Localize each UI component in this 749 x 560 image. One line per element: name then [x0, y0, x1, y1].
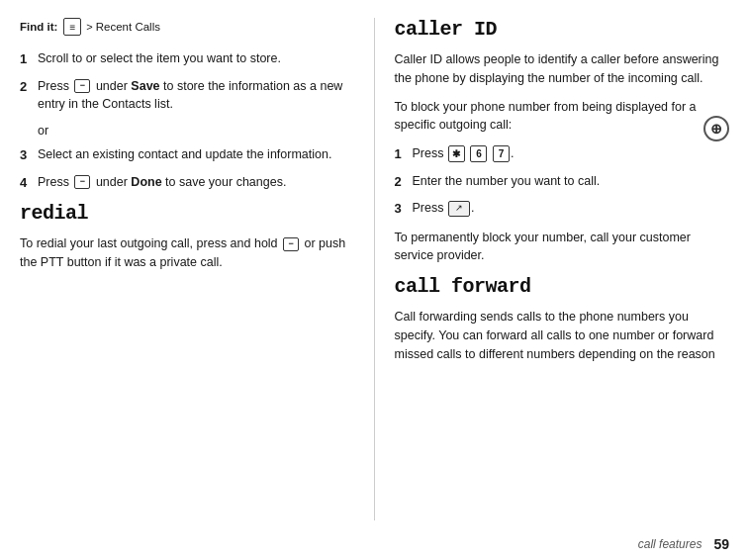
step-1-text: Scroll to or select the item you want to… [38, 49, 354, 68]
footer-page-number: 59 [713, 536, 729, 552]
step-3: 3 Select an existing contact and update … [20, 145, 354, 165]
star-key: ✱ [448, 145, 465, 162]
save-button-icon: − [74, 79, 90, 93]
done-button-icon: − [74, 175, 90, 189]
accessibility-icon: ⊕ [703, 116, 729, 141]
seven-key: 7 [493, 145, 510, 162]
page-footer: call features 59 [0, 530, 749, 560]
send-key: ↗ [448, 201, 470, 217]
save-label: Save [131, 79, 159, 93]
left-column: Find it: ≡ > Recent Calls 1 Scroll to or… [20, 18, 375, 520]
breadcrumb-separator: > [86, 21, 92, 33]
steps-list: 1 Scroll to or select the item you want … [20, 49, 354, 114]
six-key: 6 [470, 145, 487, 162]
caller-id-footer: To permanently block your number, call y… [395, 229, 730, 266]
done-label: Done [131, 175, 161, 189]
caller-id-step-3: 3 Press ↗. [395, 199, 730, 219]
content-area: Find it: ≡ > Recent Calls 1 Scroll to or… [0, 0, 749, 530]
step-1-number: 1 [20, 49, 38, 69]
step-2-number: 2 [20, 77, 38, 97]
caller-id-heading: caller ID [395, 18, 730, 41]
caller-id-body1: Caller ID allows people to identify a ca… [395, 50, 730, 88]
right-column: caller ID Caller ID allows people to ide… [375, 18, 730, 520]
caller-id-step-3-number: 3 [395, 199, 413, 219]
caller-id-step-2: 2 Enter the number you want to call. [395, 172, 730, 192]
step-1: 1 Scroll to or select the item you want … [20, 49, 354, 69]
call-forward-heading: call forward [395, 275, 730, 298]
menu-icon: ≡ [63, 18, 81, 36]
find-it-bar: Find it: ≡ > Recent Calls [20, 18, 354, 36]
find-it-label: Find it: [20, 21, 57, 33]
step-3-number: 3 [20, 145, 38, 165]
page-container: Find it: ≡ > Recent Calls 1 Scroll to or… [0, 0, 749, 560]
caller-id-step-1-number: 1 [395, 144, 413, 164]
call-forward-body: Call forwarding sends calls to the phone… [395, 308, 730, 363]
caller-id-step-1: 1 Press ✱ 6 7. [395, 144, 730, 164]
footer-section-label: call features [638, 537, 702, 551]
redial-button-icon: − [283, 237, 299, 251]
step-2: 2 Press − under Save to store the inform… [20, 77, 354, 115]
caller-id-step-2-number: 2 [395, 172, 413, 192]
step-3-text: Select an existing contact and update th… [38, 145, 354, 164]
caller-id-step-3-text: Press ↗. [413, 199, 730, 218]
redial-body: To redial your last outgoing call, press… [20, 234, 354, 272]
step-4: 4 Press − under Done to save your change… [20, 173, 354, 193]
step-4-text: Press − under Done to save your changes. [38, 173, 354, 192]
caller-id-steps: 1 Press ✱ 6 7. 2 Enter the number you wa… [395, 144, 730, 219]
caller-id-step-2-text: Enter the number you want to call. [413, 172, 730, 191]
find-it-location: Recent Calls [96, 21, 160, 33]
caller-id-body2: To block your phone number from being di… [395, 98, 730, 136]
step-4-number: 4 [20, 173, 38, 193]
steps-list-2: 3 Select an existing contact and update … [20, 145, 354, 192]
caller-id-step-1-text: Press ✱ 6 7. [413, 144, 730, 163]
redial-heading: redial [20, 202, 354, 225]
step-2-text: Press − under Save to store the informat… [38, 77, 354, 115]
or-divider: or [38, 124, 354, 138]
